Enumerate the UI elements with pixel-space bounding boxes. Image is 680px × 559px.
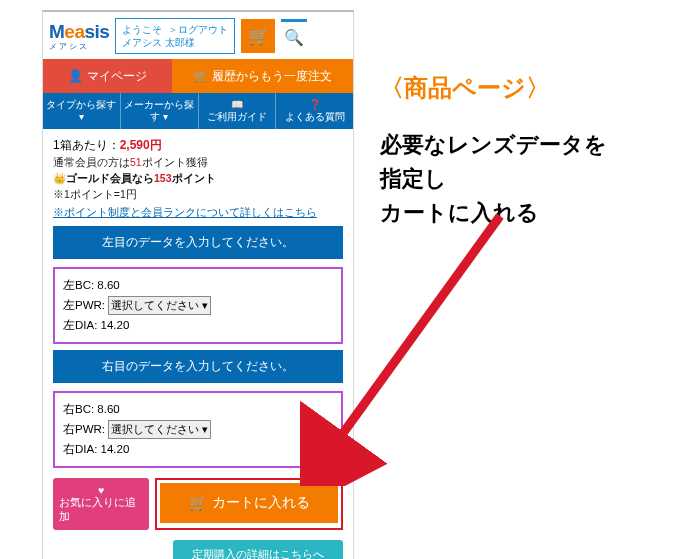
price-line: 1箱あたり：2,590円: [53, 137, 343, 154]
left-pwr-select[interactable]: 選択してください ▾: [108, 296, 211, 315]
mypage-button[interactable]: 👤 マイページ: [43, 59, 172, 93]
nav-faq[interactable]: ❓よくある質問: [276, 93, 353, 129]
point-note: ※1ポイント=1円: [53, 188, 343, 202]
main-buttons: 👤 マイページ 🛒 履歴からもう一度注文: [43, 59, 353, 93]
right-dia: 右DIA: 14.20: [63, 442, 333, 457]
annotation-text: 必要なレンズデータを 指定し カートに入れる: [380, 128, 660, 230]
cart-highlight: 🛒カートに入れる: [155, 478, 343, 530]
left-bc: 左BC: 8.60: [63, 278, 333, 293]
content-area: 1箱あたり：2,590円 通常会員の方は51ポイント獲得 👑ゴールド会員なら15…: [43, 129, 353, 559]
left-pwr-row: 左PWR: 選択してください ▾: [63, 296, 333, 315]
heart-icon: ♥: [98, 484, 104, 496]
app-panel: Measis メアシス ようこそ ＞ログアウト メアシス 太郎様 🛒 🔍 👤 マ…: [42, 10, 354, 559]
right-eye-header: 右目のデータを入力してください。: [53, 350, 343, 383]
point-link[interactable]: ※ポイント制度と会員ランクについて詳しくはこちら: [53, 206, 317, 218]
welcome-line2: メアシス 太郎様: [122, 37, 195, 48]
right-pwr-select[interactable]: 選択してください ▾: [108, 420, 211, 439]
add-to-cart-button[interactable]: 🛒カートに入れる: [160, 483, 338, 523]
crown-icon: 👑: [53, 172, 66, 184]
welcome-line1: ようこそ: [122, 24, 162, 35]
annotation-title: 〈商品ページ〉: [380, 72, 660, 104]
gold-points: 👑ゴールド会員なら153ポイント: [53, 172, 343, 186]
action-row: ♥ お気に入りに追加 🛒カートに入れる: [53, 478, 343, 530]
search-icon[interactable]: 🔍: [281, 19, 307, 53]
subscription-button[interactable]: 定期購入の詳細はこちらへ: [173, 540, 343, 559]
left-eye-header: 左目のデータを入力してください。: [53, 226, 343, 259]
nav-type[interactable]: タイプから探す ▾: [43, 93, 121, 129]
logo: Measis メアシス: [49, 21, 109, 52]
topbar: Measis メアシス ようこそ ＞ログアウト メアシス 太郎様 🛒 🔍: [43, 12, 353, 59]
right-eye-form: 右BC: 8.60 右PWR: 選択してください ▾ 右DIA: 14.20: [53, 391, 343, 468]
left-dia: 左DIA: 14.20: [63, 318, 333, 333]
nav-guide[interactable]: 📖ご利用ガイド: [199, 93, 277, 129]
fav-button[interactable]: ♥ お気に入りに追加: [53, 478, 149, 530]
nav-maker[interactable]: メーカーから探す ▾: [121, 93, 199, 129]
right-pwr-row: 右PWR: 選択してください ▾: [63, 420, 333, 439]
right-bc: 右BC: 8.60: [63, 402, 333, 417]
left-eye-form: 左BC: 8.60 左PWR: 選択してください ▾ 左DIA: 14.20: [53, 267, 343, 344]
reorder-button[interactable]: 🛒 履歴からもう一度注文: [172, 59, 353, 93]
cart-icon[interactable]: 🛒: [241, 19, 275, 53]
logout-link[interactable]: ＞ログアウト: [168, 23, 228, 36]
annotation: 〈商品ページ〉 必要なレンズデータを 指定し カートに入れる: [380, 72, 660, 230]
welcome-box: ようこそ ＞ログアウト メアシス 太郎様: [115, 18, 235, 54]
normal-points: 通常会員の方は51ポイント獲得: [53, 156, 343, 170]
nav-bar: タイプから探す ▾ メーカーから探す ▾ 📖ご利用ガイド ❓よくある質問: [43, 93, 353, 129]
cart-icon: 🛒: [189, 495, 206, 511]
